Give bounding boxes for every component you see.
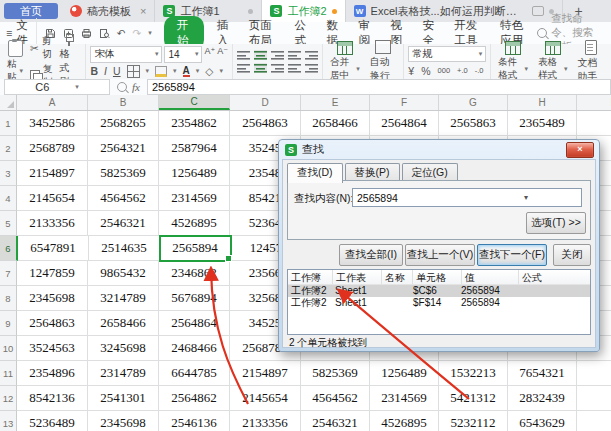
grid-cell-A12[interactable]: 8542136 bbox=[17, 386, 88, 411]
name-box[interactable]: C6 ▾ bbox=[4, 79, 110, 95]
grid-cell-B8[interactable]: 3214789 bbox=[88, 286, 159, 311]
grid-cell-C4[interactable]: 2314569 bbox=[159, 186, 230, 211]
row-header-6[interactable]: 6 bbox=[0, 236, 18, 261]
grid-cell-E1[interactable]: 2658466 bbox=[301, 111, 370, 136]
increase-decimal-icon[interactable]: +.0 bbox=[457, 66, 468, 75]
close-button[interactable]: 关闭 bbox=[553, 244, 591, 266]
grid-cell-A6[interactable]: 6547891 bbox=[18, 236, 89, 261]
row-header-4[interactable]: 4 bbox=[0, 186, 17, 211]
results-column-2[interactable]: 名称 bbox=[382, 270, 413, 284]
results-column-4[interactable]: 值 bbox=[462, 270, 519, 284]
grid-cell-C12[interactable]: 2564862 bbox=[159, 386, 230, 411]
close-tab-icon[interactable]: × bbox=[140, 5, 146, 17]
table-style-button[interactable]: 表格样式▾ bbox=[535, 41, 571, 82]
grid-cell-D1[interactable]: 2564863 bbox=[230, 111, 301, 136]
grid-cell-B2[interactable]: 2564321 bbox=[88, 136, 159, 161]
results-column-3[interactable]: 单元格 bbox=[413, 270, 462, 284]
tab-find[interactable]: 查找(D) bbox=[287, 163, 343, 183]
column-header-F[interactable]: F bbox=[370, 95, 439, 110]
column-header-D[interactable]: D bbox=[230, 95, 301, 110]
row-header-8[interactable]: 8 bbox=[0, 286, 17, 311]
grid-cell-I11[interactable] bbox=[577, 361, 611, 386]
grid-cell-F1[interactable]: 2564864 bbox=[370, 111, 439, 136]
font-size-select[interactable]: 14▾ bbox=[164, 46, 202, 63]
font-color-icon[interactable]: A bbox=[183, 66, 190, 77]
grid-cell-A10[interactable]: 3524563 bbox=[17, 336, 88, 361]
grid-cell-E13[interactable]: 2546321 bbox=[301, 411, 370, 431]
grid-cell-G13[interactable]: 5232112 bbox=[439, 411, 508, 431]
grid-cell-B12[interactable]: 2541301 bbox=[88, 386, 159, 411]
distribute-icon[interactable] bbox=[305, 63, 318, 73]
conditional-format-button[interactable]: 条件格式▾ bbox=[495, 41, 531, 82]
fill-handle[interactable] bbox=[225, 255, 232, 262]
grid-cell-B5[interactable]: 2546321 bbox=[88, 211, 159, 236]
bold-button[interactable]: B bbox=[90, 65, 98, 77]
grid-cell-G11[interactable]: 1532213 bbox=[439, 361, 508, 386]
find-dialog[interactable]: S 查找 × 查找(D) 替换(P) 定位(G) 查找内容(N): 256589… bbox=[278, 139, 600, 352]
grid-cell-H13[interactable]: 6543629 bbox=[508, 411, 577, 431]
decrease-font-icon[interactable]: A⁻ bbox=[217, 46, 228, 63]
fx-label[interactable]: fx bbox=[132, 81, 140, 93]
row-header-13[interactable]: 13 bbox=[0, 411, 17, 431]
doc-assistant-button[interactable]: 文档助手 bbox=[574, 40, 607, 84]
row-header-12[interactable]: 12 bbox=[0, 386, 17, 411]
row-header-9[interactable]: 9 bbox=[0, 311, 17, 336]
print-preview-icon[interactable] bbox=[99, 28, 110, 39]
align-right-icon[interactable] bbox=[271, 63, 284, 73]
font-name-select[interactable]: 宋体▾ bbox=[90, 46, 162, 63]
grid-cell-C5[interactable]: 4526895 bbox=[159, 211, 230, 236]
grid-cell-B10[interactable]: 3245698 bbox=[88, 336, 159, 361]
grid-cell-C11[interactable]: 6644785 bbox=[159, 361, 230, 386]
grid-cell-C2[interactable]: 2587964 bbox=[159, 136, 230, 161]
column-header-I[interactable]: I bbox=[577, 95, 611, 110]
find-all-button[interactable]: 查找全部(I) bbox=[339, 244, 403, 266]
grid-cell-A1[interactable]: 3452586 bbox=[17, 111, 88, 136]
row-header-10[interactable]: 10 bbox=[0, 336, 17, 361]
align-middle-icon[interactable] bbox=[254, 50, 267, 60]
italic-button[interactable]: I bbox=[104, 65, 107, 77]
find-dialog-titlebar[interactable]: S 查找 bbox=[279, 140, 599, 159]
tab-docer-template[interactable]: 稿壳模板 × bbox=[62, 0, 155, 22]
grid-cell-A4[interactable]: 2145654 bbox=[17, 186, 88, 211]
grid-cell-I13[interactable] bbox=[577, 411, 611, 431]
column-header-H[interactable]: H bbox=[508, 95, 577, 110]
justify-icon[interactable] bbox=[288, 63, 301, 73]
percent-format-icon[interactable]: % bbox=[421, 65, 430, 77]
undo-icon[interactable]: ↶ bbox=[117, 27, 126, 39]
currency-format-icon[interactable]: ¥ bbox=[408, 65, 414, 77]
row-header-5[interactable]: 5 bbox=[0, 211, 17, 236]
grid-cell-A8[interactable]: 2345698 bbox=[17, 286, 88, 311]
align-left-icon[interactable] bbox=[237, 63, 250, 73]
grid-cell-F13[interactable]: 4526895 bbox=[370, 411, 439, 431]
align-top-icon[interactable] bbox=[237, 50, 250, 60]
row-header-2[interactable]: 2 bbox=[0, 136, 17, 161]
select-all-corner[interactable] bbox=[0, 95, 17, 110]
column-header-A[interactable]: A bbox=[17, 95, 88, 110]
grid-cell-C9[interactable]: 2564864 bbox=[159, 311, 230, 336]
column-header-G[interactable]: G bbox=[439, 95, 508, 110]
grid-cell-I1[interactable] bbox=[577, 111, 611, 136]
find-previous-button[interactable]: 查找上一个(V) bbox=[405, 244, 475, 266]
grid-cell-H12[interactable]: 2832439 bbox=[508, 386, 577, 411]
grid-cell-C3[interactable]: 1256489 bbox=[159, 161, 230, 186]
increase-indent-icon[interactable] bbox=[305, 50, 318, 60]
paste-button[interactable]: 粘贴▾ bbox=[4, 40, 26, 84]
quick-access-caret-icon[interactable]: ▾ bbox=[148, 29, 152, 37]
tab-home[interactable]: 首页 bbox=[4, 3, 58, 19]
dialog-close-button[interactable]: × bbox=[566, 142, 594, 158]
grid-cell-A5[interactable]: 2133356 bbox=[17, 211, 88, 236]
grid-cell-C6[interactable]: 2565894 bbox=[160, 236, 231, 261]
decrease-decimal-icon[interactable]: -.0 bbox=[475, 66, 484, 75]
grid-cell-C13[interactable]: 2546136 bbox=[159, 411, 230, 431]
align-bottom-icon[interactable] bbox=[271, 50, 284, 60]
find-result-row-2[interactable]: 工作簿2Sheet1$F$142565894 bbox=[288, 297, 590, 309]
grid-cell-C1[interactable]: 2354862 bbox=[159, 111, 230, 136]
grid-cell-A7[interactable]: 1247859 bbox=[17, 261, 88, 286]
clear-format-icon[interactable]: ◇ bbox=[205, 65, 213, 77]
name-box-caret-icon[interactable]: ▾ bbox=[75, 83, 79, 91]
decrease-indent-icon[interactable] bbox=[288, 50, 301, 60]
grid-cell-A13[interactable]: 5236489 bbox=[17, 411, 88, 431]
find-next-button[interactable]: 查找下一个(F) bbox=[477, 244, 547, 266]
grid-cell-B4[interactable]: 4564562 bbox=[88, 186, 159, 211]
column-header-C[interactable]: C bbox=[159, 95, 230, 110]
